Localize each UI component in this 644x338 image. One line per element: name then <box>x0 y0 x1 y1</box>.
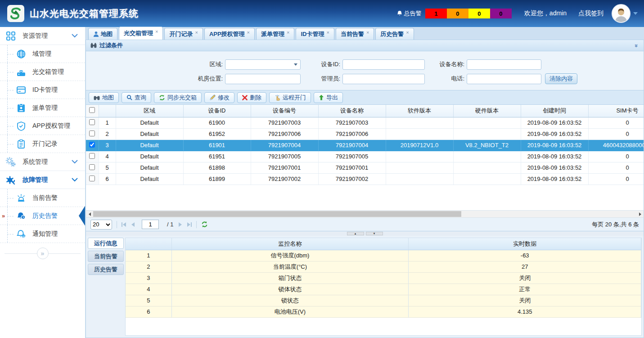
monitor-table-container: 监控名称 实时数据 1信号强度(dbm)-63 2当前温度(°C)27 3箱门状… <box>125 238 642 336</box>
alarm-badge-critical[interactable]: 1 <box>425 9 447 18</box>
signin-link[interactable]: 点我签到 <box>578 9 603 18</box>
search-button[interactable]: 查询 <box>122 92 151 103</box>
refresh-button[interactable] <box>201 221 208 228</box>
scrollbar-thumb[interactable] <box>93 211 461 217</box>
close-icon[interactable]: × <box>406 30 409 35</box>
splitter-up-icon[interactable]: ▲ <box>347 232 364 235</box>
map-button[interactable]: 地图 <box>89 92 119 103</box>
sidebar-item-cabinet[interactable]: 光交箱管理 <box>0 63 85 81</box>
tab-history-alarm-detail[interactable]: 历史告警 <box>88 264 124 275</box>
col-hw-version[interactable]: 硬件版本 <box>453 105 521 117</box>
table-row[interactable]: 1Default61900792190700379219070032019-08… <box>86 117 644 128</box>
select-all-checkbox[interactable] <box>89 107 95 113</box>
pagination-bar: 20 / 1 每页 20 条,共 6 条 <box>86 218 644 231</box>
region-select[interactable] <box>225 59 301 70</box>
manager-input[interactable] <box>342 74 425 84</box>
prev-page-icon[interactable] <box>131 222 135 227</box>
delete-button[interactable]: 删除 <box>237 92 266 103</box>
alarm-badge-major[interactable]: 0 <box>447 9 468 18</box>
sidebar-item-current-alarm[interactable]: 当前告警 <box>0 189 85 207</box>
table-row[interactable]: 2Default61952792190700679219070062019-08… <box>86 128 644 140</box>
device-id-input[interactable] <box>342 59 425 70</box>
col-device-id[interactable]: 设备ID <box>183 105 251 117</box>
sidebar-item-idcard[interactable]: ID卡管理 <box>0 81 85 99</box>
monitor-row[interactable]: 6电池电压(V)4.135 <box>126 306 641 317</box>
alarm-badge-minor[interactable]: 0 <box>468 9 490 18</box>
tab-history-alarm[interactable]: 历史告警× <box>375 28 414 40</box>
first-page-icon[interactable] <box>122 222 126 227</box>
panel-splitter[interactable]: ▲ ▼ <box>86 231 644 236</box>
row-checkbox[interactable] <box>89 131 95 136</box>
close-icon[interactable]: × <box>155 29 158 34</box>
close-icon[interactable]: × <box>287 30 289 35</box>
sidebar-group-resource[interactable]: 资源管理 <box>0 27 85 45</box>
tab-map[interactable]: 地图 <box>88 28 117 40</box>
monitor-row[interactable]: 1信号强度(dbm)-63 <box>126 250 641 261</box>
page-size-select[interactable]: 20 <box>90 220 112 230</box>
cabinet-icon <box>16 67 26 77</box>
sidebar-item-dispatch[interactable]: 派单管理 <box>0 99 85 117</box>
row-checkbox[interactable] <box>89 164 95 170</box>
last-page-icon[interactable] <box>187 222 192 227</box>
splitter-down-icon[interactable]: ▼ <box>366 232 383 235</box>
table-row[interactable]: 6Default61899792190700279219070022019-08… <box>86 173 644 185</box>
sidebar-group-fault[interactable]: 故障管理 <box>0 171 85 189</box>
col-region[interactable]: 区域 <box>116 105 183 117</box>
row-checkbox[interactable] <box>89 153 95 159</box>
horizontal-scrollbar[interactable] <box>86 210 644 218</box>
tab-dispatch[interactable]: 派单管理× <box>256 28 294 40</box>
room-input[interactable] <box>225 74 301 84</box>
filter-collapse-icon[interactable]: » <box>633 44 640 47</box>
close-icon[interactable]: × <box>366 30 369 35</box>
tab-current-alarm[interactable]: 当前告警× <box>336 28 374 40</box>
monitor-row[interactable]: 3箱门状态关闭 <box>126 272 641 284</box>
sidebar-item-door-record[interactable]: 开门记录 <box>0 135 85 153</box>
phone-input[interactable] <box>467 74 541 84</box>
col-device-no[interactable]: 设备编号 <box>251 105 318 117</box>
col-device-name[interactable]: 设备名称 <box>318 105 386 117</box>
scroll-left-icon[interactable] <box>86 211 93 217</box>
scroll-right-icon[interactable] <box>636 211 644 217</box>
device-name-input[interactable] <box>467 59 541 70</box>
user-menu-caret-icon[interactable] <box>633 12 638 15</box>
sidebar-item-history-alarm[interactable]: » 历史告警 <box>0 207 85 225</box>
next-page-icon[interactable] <box>179 222 182 227</box>
tab-idcard[interactable]: ID卡管理× <box>296 28 334 40</box>
alarm-badge-warning[interactable]: 0 <box>490 9 512 18</box>
row-checkbox[interactable] <box>89 119 95 125</box>
table-row[interactable]: 4Default61951792190700579219070052019-08… <box>86 151 644 162</box>
sync-button[interactable]: 同步光交箱 <box>154 92 202 103</box>
remote-open-button[interactable]: 远程开门 <box>269 92 311 103</box>
tab-current-alarm-detail[interactable]: 当前告警 <box>88 251 124 262</box>
row-checkbox[interactable] <box>89 176 95 181</box>
col-created[interactable]: 创建时间 <box>521 105 588 117</box>
monitor-row[interactable]: 4锁体状态正常 <box>126 284 641 295</box>
binoculars-icon <box>90 43 97 48</box>
page-number-input[interactable] <box>142 220 159 229</box>
tab-cabinet-mgmt[interactable]: 光交箱管理× <box>119 27 163 40</box>
clear-button[interactable]: 清除内容 <box>545 73 577 84</box>
detail-tabs: 运行信息 当前告警 历史告警 <box>88 238 124 336</box>
tab-runtime-info[interactable]: 运行信息 <box>88 238 124 249</box>
table-row[interactable]: 5Default61898792190700179219070012019-08… <box>86 162 644 173</box>
close-icon[interactable]: × <box>247 30 250 35</box>
close-icon[interactable]: × <box>326 30 329 35</box>
gears-icon <box>5 157 16 167</box>
tab-app-auth[interactable]: APP授权管理× <box>204 28 255 40</box>
edit-button[interactable]: 修改 <box>204 92 234 103</box>
avatar[interactable] <box>612 4 630 23</box>
sidebar-item-notify[interactable]: 通知管理 <box>0 225 85 243</box>
sidebar-item-domain[interactable]: 域管理 <box>0 45 85 63</box>
tab-door-record[interactable]: 开门记录× <box>164 28 203 40</box>
monitor-row[interactable]: 5锁状态关闭 <box>126 295 641 306</box>
row-checkbox[interactable] <box>89 142 95 148</box>
col-sw-version[interactable]: 软件版本 <box>386 105 453 117</box>
close-icon[interactable]: × <box>195 30 198 35</box>
table-row-selected[interactable]: 3Default61901792190700479219070042019071… <box>86 140 644 151</box>
sidebar-group-system[interactable]: 系统管理 <box>0 153 85 171</box>
monitor-row[interactable]: 2当前温度(°C)27 <box>126 261 641 272</box>
sidebar-item-app-auth[interactable]: APP授权管理 <box>0 117 85 135</box>
col-sim[interactable]: SIM卡号 <box>588 105 644 117</box>
export-button[interactable]: 导出 <box>314 92 343 103</box>
sidebar-collapse-button[interactable]: » <box>37 248 49 259</box>
